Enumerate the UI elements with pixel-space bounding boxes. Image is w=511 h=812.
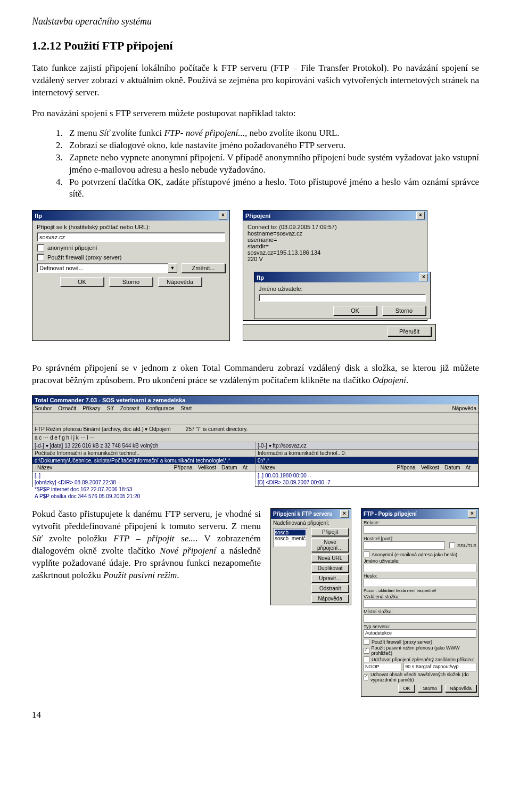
username-input[interactable] bbox=[259, 294, 426, 302]
tc-toolbar bbox=[32, 413, 479, 425]
username-input[interactable] bbox=[364, 564, 476, 572]
ftp-host-label: Připojit se k (hostitelský počítač nebo … bbox=[37, 224, 225, 230]
help-button[interactable]: Nápověda bbox=[311, 595, 349, 603]
anonymous-checkbox[interactable]: Anonymní (e-mailová adresa jako heslo) bbox=[364, 551, 476, 557]
host-input[interactable] bbox=[364, 541, 445, 550]
tc-menu-show[interactable]: Zobrazit bbox=[120, 405, 139, 411]
ok-button[interactable]: OK bbox=[60, 277, 104, 287]
connection-dialog-footer: Přerušit bbox=[243, 324, 436, 341]
close-icon[interactable]: × bbox=[416, 212, 425, 220]
password-input[interactable] bbox=[364, 579, 476, 587]
chevron-down-icon[interactable]: ▼ bbox=[168, 263, 177, 273]
page-number: 14 bbox=[32, 710, 479, 720]
duplicate-button[interactable]: Duplikovat bbox=[311, 564, 349, 572]
username-dialog: ftp × Jméno uživatele: OK Storno bbox=[254, 272, 431, 319]
firewall-checkbox[interactable]: Použít firewall (proxy server) bbox=[364, 639, 476, 645]
passive-mode-checkbox[interactable]: Použít pasivní režim přenosu (jako WWW p… bbox=[364, 645, 476, 656]
step-2: Zobrazí se dialogové okno, kde nastavíte… bbox=[65, 140, 479, 152]
step-4: Po potvrzení tlačítka OK, zadáte přístup… bbox=[65, 176, 479, 201]
paragraph-1: Tato funkce zajistí připojení lokálního … bbox=[32, 62, 479, 99]
ok-button[interactable]: OK bbox=[398, 685, 415, 692]
paragraph-4: Pokud často přistupujete k danému FTP se… bbox=[32, 508, 261, 582]
ok-button[interactable]: OK bbox=[333, 306, 377, 315]
tc-menu-commands[interactable]: Příkazy bbox=[83, 405, 100, 411]
cancel-button[interactable]: Storno bbox=[418, 685, 442, 692]
help-button[interactable]: Nápověda bbox=[445, 685, 476, 692]
cancel-button[interactable]: Storno bbox=[109, 277, 153, 287]
remote-folder-input[interactable] bbox=[364, 599, 476, 608]
ftp-list[interactable]: soscb soscb_menič bbox=[273, 528, 307, 547]
anonymous-checkbox[interactable]: anonymní připojení bbox=[37, 244, 225, 251]
tc-menu-help[interactable]: Nápověda bbox=[452, 405, 476, 411]
edit-button[interactable]: Upravit… bbox=[311, 574, 349, 582]
connection-dialog: Připojení × Connect to: (03.09.2005 17:0… bbox=[243, 210, 427, 321]
ftp-host-input[interactable]: sosvaz.cz bbox=[37, 232, 225, 242]
close-icon[interactable]: × bbox=[340, 510, 349, 518]
username-label: Jméno uživatele: bbox=[259, 286, 426, 292]
steps-list: Z menu Síť zvolíte funkci FTP- nové přip… bbox=[32, 127, 479, 201]
ftp-detail-dialog: FTP - Popis připojení × Relace: Hostitel… bbox=[361, 508, 479, 697]
cancel-button[interactable]: Storno bbox=[382, 306, 426, 315]
local-folder-input[interactable] bbox=[364, 614, 476, 623]
close-icon[interactable]: × bbox=[468, 510, 476, 518]
close-icon[interactable]: × bbox=[219, 212, 227, 220]
step-1: Z menu Síť zvolíte funkci FTP- nové přip… bbox=[65, 127, 479, 140]
interrupt-button[interactable]: Přerušit bbox=[388, 327, 431, 336]
connect-button[interactable]: Připojit bbox=[311, 528, 349, 536]
total-commander-screenshot: Total Commander 7.03 - SOS veterinarni a… bbox=[32, 395, 479, 487]
tc-menu-mark[interactable]: Označit bbox=[58, 405, 76, 411]
keepalive-checkbox[interactable]: Udržovat připojení zpřesněný zasíláním p… bbox=[364, 656, 476, 662]
session-input[interactable] bbox=[364, 525, 476, 534]
firewall-checkbox[interactable]: Použít firewall (proxy server) bbox=[37, 254, 225, 261]
page-header: Nadstavba operačního systému bbox=[32, 16, 479, 27]
tc-right-panel: [-0-] ▾ ftp://sosvaz.cz Informační a kom… bbox=[256, 442, 479, 483]
new-url-button[interactable]: Nová URL bbox=[311, 554, 349, 562]
close-icon[interactable]: × bbox=[419, 273, 428, 281]
tc-menu-file[interactable]: Soubor bbox=[35, 405, 52, 411]
ftp-server-list-dialog: Připojení k FTP serveru × Nadefinovaná p… bbox=[270, 508, 351, 605]
tc-drives-row: a c ⋯ d e f g h i j k ⋯ l ⋯ bbox=[32, 434, 479, 442]
tc-menu-config[interactable]: Konfigurace bbox=[146, 405, 174, 411]
tc-menu-net[interactable]: Síť bbox=[107, 405, 114, 411]
section-title: 1.2.12 Použití FTP připojení bbox=[32, 39, 479, 53]
paragraph-2: Pro navázání spojení s FTP serverem může… bbox=[32, 108, 479, 120]
connection-dialog-stack: Připojení × Connect to: (03.09.2005 17:0… bbox=[243, 210, 436, 341]
cache-checkbox[interactable]: Uchovat obsah všech navštívených složek … bbox=[364, 672, 476, 683]
new-connection-button[interactable]: Nové připojení… bbox=[311, 538, 349, 552]
tc-left-panel: [-d-] ▾ [data] 13 226 016 kB z 32 748 54… bbox=[32, 442, 256, 483]
change-button[interactable]: Změnit... bbox=[182, 263, 225, 273]
dialog-screenshots: ftp × Připojit se k (hostitelský počítač… bbox=[32, 210, 479, 341]
firewall-combo[interactable]: Definovat nové... bbox=[37, 263, 168, 273]
tc-menubar: Soubor Označit Příkazy Síť Zobrazit Konf… bbox=[32, 404, 479, 413]
ftp-connect-dialog: ftp × Připojit se k (hostitelský počítač… bbox=[32, 210, 230, 341]
tc-title: Total Commander 7.03 - SOS veterinarni a… bbox=[32, 396, 479, 404]
step-3: Zapnete nebo vypnete anonymní připojení.… bbox=[65, 152, 479, 176]
delete-button[interactable]: Odstranit bbox=[311, 584, 349, 592]
tc-ftp-row: FTP Režim přenosu Binární (archivy, doc … bbox=[32, 425, 479, 434]
server-type-combo[interactable]: Autodetekce bbox=[364, 629, 476, 638]
ftp-dialog-title: ftp bbox=[35, 213, 42, 219]
help-button[interactable]: Nápověda bbox=[158, 277, 202, 287]
conn-dialog-title: Připojení bbox=[245, 213, 270, 219]
tc-menu-start[interactable]: Start bbox=[180, 405, 192, 411]
paragraph-3: Po správném připojení se v jednom z oken… bbox=[32, 362, 479, 387]
